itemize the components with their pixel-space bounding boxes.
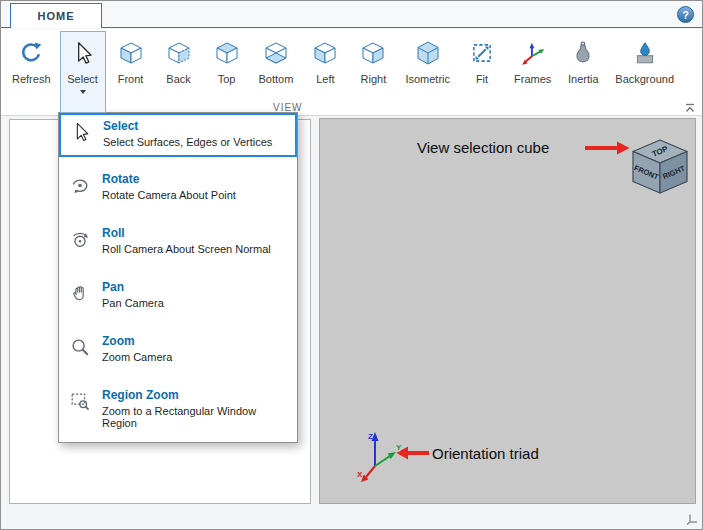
menu-item-subtitle: Pan Camera: [102, 297, 164, 309]
fit-icon: [466, 36, 498, 70]
isometric-view-button[interactable]: Isometric: [398, 31, 457, 95]
button-label: Front: [118, 73, 144, 85]
pan-hand-icon: [69, 282, 93, 306]
collapse-ribbon-icon[interactable]: [683, 101, 697, 115]
select-dropdown-menu: Select Select Surfaces, Edges or Vertice…: [58, 112, 298, 443]
button-label: Left: [316, 73, 334, 85]
menu-item-title: Zoom: [102, 334, 172, 348]
cursor-icon: [70, 121, 94, 145]
triad-z-label: Z: [368, 432, 373, 441]
menu-item-zoom[interactable]: Zoom Zoom Camera: [59, 329, 297, 373]
chevron-down-icon: [80, 90, 86, 94]
ribbon-toolbar: Refresh Select Front: [1, 29, 702, 100]
button-label: Back: [166, 73, 190, 85]
cube-left-icon: [309, 36, 341, 70]
button-label: Inertia: [568, 73, 599, 85]
background-button[interactable]: Background: [608, 31, 681, 95]
triad-x-label: X: [357, 470, 363, 479]
top-view-button[interactable]: Top: [204, 31, 250, 95]
red-arrow-right-icon: [584, 141, 630, 155]
corner-triad-toggle-icon[interactable]: [686, 512, 699, 525]
view-cube-annotation: View selection cube: [417, 139, 549, 156]
menu-item-subtitle: Roll Camera About Screen Normal: [102, 243, 271, 255]
refresh-icon: [15, 36, 47, 70]
red-arrow-left-icon: [396, 446, 430, 460]
select-button[interactable]: Select: [60, 31, 106, 113]
button-label: Fit: [476, 73, 488, 85]
region-zoom-icon: [69, 390, 93, 414]
menu-item-subtitle: Zoom Camera: [102, 351, 172, 363]
menu-item-title: Pan: [102, 280, 164, 294]
background-icon: [629, 36, 661, 70]
roll-icon: [69, 228, 93, 252]
tab-bar: HOME ?: [1, 1, 702, 28]
menu-item-region-zoom[interactable]: Region Zoom Zoom to a Rectangular Window…: [59, 383, 297, 434]
button-label: Right: [361, 73, 387, 85]
menu-item-rotate[interactable]: Rotate Rotate Camera About Point: [59, 167, 297, 211]
tab-home[interactable]: HOME: [10, 3, 102, 28]
menu-item-subtitle: Zoom to a Rectangular Window Region: [102, 405, 289, 429]
button-label: Bottom: [259, 73, 294, 85]
triad-annotation: Orientation triad: [432, 445, 539, 462]
bottom-view-button[interactable]: Bottom: [252, 31, 301, 95]
front-view-button[interactable]: Front: [108, 31, 154, 95]
cube-right-icon: [357, 36, 389, 70]
cube-back-icon: [163, 36, 195, 70]
right-view-button[interactable]: Right: [350, 31, 396, 95]
menu-item-select[interactable]: Select Select Surfaces, Edges or Vertice…: [59, 113, 297, 157]
cube-top-icon: [211, 36, 243, 70]
cube-front-icon: [115, 36, 147, 70]
button-label: Frames: [514, 73, 551, 85]
viewport-canvas[interactable]: View selection cube TOP FRONT RIGHT Z Y: [319, 118, 696, 504]
inertia-icon: [567, 36, 599, 70]
frames-button[interactable]: Frames: [507, 31, 558, 95]
fit-button[interactable]: Fit: [459, 31, 505, 95]
inertia-button[interactable]: Inertia: [560, 31, 606, 95]
rotate-icon: [69, 174, 93, 198]
menu-item-title: Rotate: [102, 172, 236, 186]
cursor-icon: [67, 36, 99, 70]
menu-item-subtitle: Select Surfaces, Edges or Vertices: [103, 136, 272, 148]
button-label: Refresh: [12, 73, 51, 85]
view-selection-cube[interactable]: TOP FRONT RIGHT: [630, 138, 690, 196]
menu-item-title: Region Zoom: [102, 388, 289, 402]
refresh-button[interactable]: Refresh: [5, 31, 58, 95]
button-label: Top: [218, 73, 236, 85]
help-button[interactable]: ?: [677, 6, 694, 23]
button-label: Isometric: [405, 73, 450, 85]
menu-item-subtitle: Rotate Camera About Point: [102, 189, 236, 201]
menu-item-roll[interactable]: Roll Roll Camera About Screen Normal: [59, 221, 297, 265]
zoom-magnifier-icon: [69, 336, 93, 360]
frames-icon: [517, 36, 549, 70]
menu-item-title: Roll: [102, 226, 271, 240]
button-label: Background: [615, 73, 674, 85]
cube-bottom-icon: [260, 36, 292, 70]
menu-item-pan[interactable]: Pan Pan Camera: [59, 275, 297, 319]
menu-item-title: Select: [103, 119, 272, 133]
left-view-button[interactable]: Left: [302, 31, 348, 95]
button-label: Select: [67, 73, 98, 85]
cube-isometric-icon: [412, 36, 444, 70]
mechanics-explorer-window: HOME ? Refresh Select: [0, 0, 703, 530]
back-view-button[interactable]: Back: [156, 31, 202, 95]
